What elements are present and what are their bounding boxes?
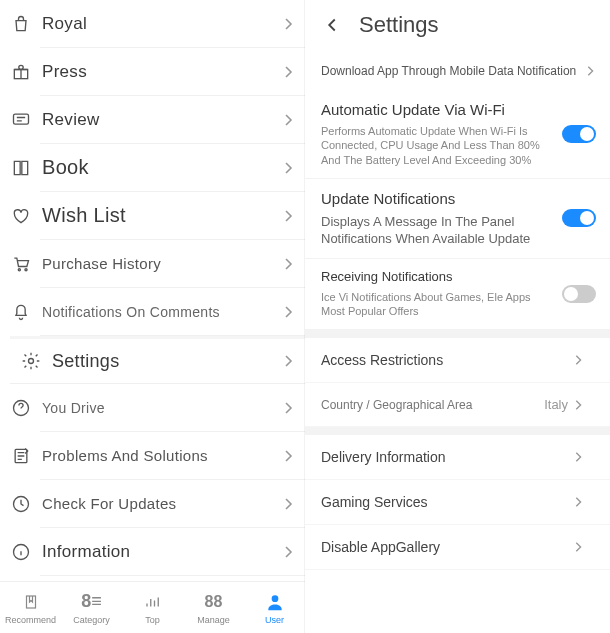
svg-point-3 <box>25 268 27 270</box>
chevron-right-icon <box>283 449 293 463</box>
back-icon[interactable] <box>321 14 343 36</box>
chevron-right-icon <box>283 305 293 319</box>
bottom-navigation: Recommend 8≡ Category Top 88 Manage User <box>0 581 305 633</box>
tab-user[interactable]: User <box>245 591 305 625</box>
svg-rect-9 <box>26 596 35 608</box>
setting-gaming-services[interactable]: Gaming Services <box>305 480 610 525</box>
menu-item-problems-solutions[interactable]: Problems And Solutions <box>40 432 305 480</box>
menu-item-purchase-history[interactable]: Purchase History <box>40 240 305 288</box>
setting-desc: Performs Automatic Update When Wi-Fi Is … <box>321 124 594 169</box>
menu-label: Check For Updates <box>42 495 283 512</box>
tab-label: Top <box>145 615 160 625</box>
setting-country[interactable]: Country / Geographical Area Italy <box>305 383 610 427</box>
comment-icon <box>10 109 32 131</box>
menu-item-settings[interactable]: Settings <box>10 336 305 384</box>
menu-item-notifications-comments[interactable]: Notifications On Comments <box>40 288 305 336</box>
menu-label: You Drive <box>42 400 283 416</box>
book-icon <box>10 157 32 179</box>
menu-item-royal[interactable]: Royal <box>40 0 305 48</box>
chevron-right-icon <box>283 497 293 511</box>
tab-top[interactable]: Top <box>123 591 183 625</box>
heart-icon <box>10 205 32 227</box>
svg-point-4 <box>29 359 34 364</box>
menu-item-review[interactable]: Review <box>40 96 305 144</box>
tab-label: Category <box>73 615 110 625</box>
menu-label: Press <box>42 62 283 82</box>
menu-item-book[interactable]: Book <box>40 144 305 192</box>
setting-title: Automatic Update Via Wi-Fi <box>321 100 594 120</box>
setting-title: Update Notifications <box>321 189 594 209</box>
setting-receiving-notifications: Receiving Notifications Ice Vi Notificat… <box>305 259 610 331</box>
menu-label: Wish List <box>42 204 283 227</box>
tab-label: User <box>265 615 284 625</box>
setting-desc: Displays A Message In The Panel Notifica… <box>321 213 594 248</box>
section-divider <box>305 330 610 338</box>
svg-point-10 <box>271 595 278 602</box>
bell-icon <box>10 301 32 323</box>
chevron-right-icon <box>283 17 293 31</box>
chevron-right-icon <box>283 161 293 175</box>
tab-category[interactable]: 8≡ Category <box>62 591 122 625</box>
setting-label: Country / Geographical Area <box>321 398 544 412</box>
chevron-right-icon <box>283 113 293 127</box>
chevron-right-icon <box>586 65 594 77</box>
menu-label: Review <box>42 110 283 130</box>
gift-icon <box>10 61 32 83</box>
menu-item-press[interactable]: Press <box>40 48 305 96</box>
menu-item-information[interactable]: Information <box>40 528 305 576</box>
menu-label: Royal <box>42 14 283 34</box>
tab-label: Recommend <box>5 615 56 625</box>
note-icon <box>10 445 32 467</box>
svg-rect-1 <box>14 114 29 124</box>
update-icon <box>10 493 32 515</box>
chevron-right-icon <box>283 257 293 271</box>
toggle-update-notifications[interactable] <box>562 209 596 227</box>
bag-icon <box>10 13 32 35</box>
menu-label: Problems And Solutions <box>42 447 283 464</box>
chevron-right-icon <box>574 541 582 553</box>
chevron-right-icon <box>283 545 293 559</box>
help-icon <box>10 397 32 419</box>
tab-manage[interactable]: 88 Manage <box>184 591 244 625</box>
setting-label: Gaming Services <box>321 494 574 510</box>
cart-icon <box>10 253 32 275</box>
setting-delivery-information[interactable]: Delivery Information <box>305 435 610 480</box>
setting-download-notification[interactable]: Download App Through Mobile Data Notific… <box>305 56 610 90</box>
menu-item-wishlist[interactable]: Wish List <box>40 192 305 240</box>
setting-label: Delivery Information <box>321 449 574 465</box>
info-icon <box>10 541 32 563</box>
setting-label: Download App Through Mobile Data Notific… <box>321 64 582 78</box>
bookmark-icon <box>22 591 40 613</box>
page-title: Settings <box>359 12 439 38</box>
setting-title: Receiving Notifications <box>321 269 594 286</box>
setting-desc: Ice Vi Notifications About Games, Ele Ap… <box>321 290 594 320</box>
setting-value: Italy <box>544 397 568 412</box>
user-icon <box>265 591 285 613</box>
setting-access-restrictions[interactable]: Access Restrictions <box>305 338 610 383</box>
chevron-right-icon <box>283 209 293 223</box>
menu-label: Settings <box>52 351 283 372</box>
toggle-auto-update[interactable] <box>562 125 596 143</box>
gear-icon <box>20 350 42 372</box>
stats-icon <box>143 591 163 613</box>
menu-label: Purchase History <box>42 255 283 272</box>
menu-label: Book <box>42 156 283 179</box>
tab-recommend[interactable]: Recommend <box>1 591 61 625</box>
setting-update-notifications: Update Notifications Displays A Message … <box>305 179 610 259</box>
menu-item-you-drive[interactable]: You Drive <box>40 384 305 432</box>
menu-item-check-updates[interactable]: Check For Updates <box>40 480 305 528</box>
chevron-right-icon <box>283 401 293 415</box>
chevron-right-icon <box>574 399 582 411</box>
settings-header: Settings <box>305 0 610 56</box>
menu-label: Information <box>42 542 283 562</box>
setting-label: Access Restrictions <box>321 352 574 368</box>
chevron-right-icon <box>574 354 582 366</box>
setting-auto-update: Automatic Update Via Wi-Fi Performs Auto… <box>305 90 610 179</box>
setting-disable-appgallery[interactable]: Disable AppGallery <box>305 525 610 570</box>
chevron-right-icon <box>283 354 293 368</box>
menu-label: Notifications On Comments <box>42 304 283 320</box>
toggle-receiving-notifications[interactable] <box>562 285 596 303</box>
manage-icon: 88 <box>205 591 223 613</box>
category-icon: 8≡ <box>81 591 102 613</box>
tab-label: Manage <box>197 615 230 625</box>
